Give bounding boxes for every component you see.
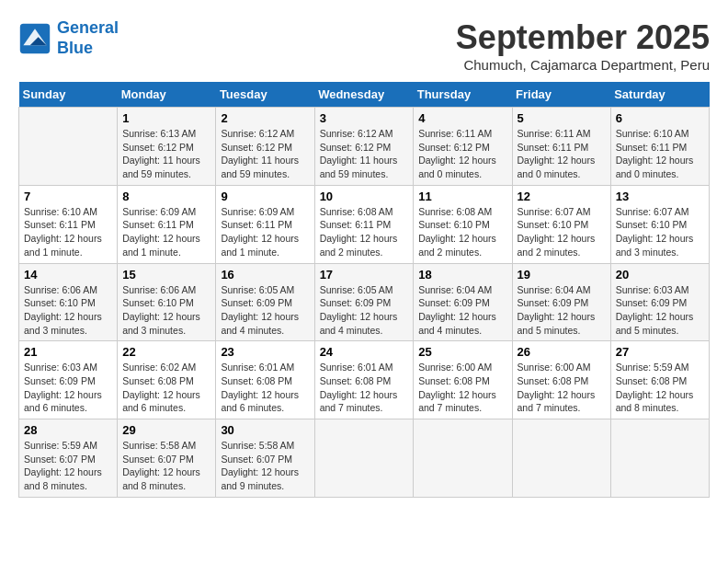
- calendar-cell: 8Sunrise: 6:09 AM Sunset: 6:11 PM Daylig…: [118, 185, 216, 263]
- logo-text: General Blue: [57, 18, 119, 58]
- day-info: Sunrise: 6:02 AM Sunset: 6:08 PM Dayligh…: [122, 361, 210, 415]
- calendar-cell: [314, 419, 414, 498]
- location-subtitle: Chumuch, Cajamarca Department, Peru: [456, 57, 710, 73]
- logo-general: General: [57, 18, 119, 37]
- day-info: Sunrise: 6:13 AM Sunset: 6:12 PM Dayligh…: [122, 127, 210, 181]
- day-info: Sunrise: 6:11 AM Sunset: 6:12 PM Dayligh…: [418, 127, 506, 181]
- day-number: 16: [221, 268, 309, 282]
- day-number: 30: [221, 423, 309, 437]
- day-info: Sunrise: 5:58 AM Sunset: 6:07 PM Dayligh…: [221, 439, 309, 493]
- calendar-cell: 15Sunrise: 6:06 AM Sunset: 6:10 PM Dayli…: [118, 263, 216, 341]
- calendar-cell: [512, 419, 610, 498]
- day-number: 8: [122, 190, 210, 203]
- calendar-cell: 22Sunrise: 6:02 AM Sunset: 6:08 PM Dayli…: [118, 341, 216, 419]
- day-number: 9: [221, 190, 309, 203]
- day-number: 21: [24, 345, 112, 359]
- weekday-header-saturday: Saturday: [610, 82, 709, 108]
- calendar-cell: 30Sunrise: 5:58 AM Sunset: 6:07 PM Dayli…: [216, 419, 314, 498]
- month-title: September 2025: [456, 18, 710, 57]
- day-number: 4: [418, 111, 506, 125]
- calendar-cell: 21Sunrise: 6:03 AM Sunset: 6:09 PM Dayli…: [19, 341, 118, 419]
- day-number: 23: [221, 345, 309, 359]
- day-number: 13: [616, 190, 704, 203]
- day-info: Sunrise: 6:04 AM Sunset: 6:09 PM Dayligh…: [418, 283, 506, 338]
- day-info: Sunrise: 6:10 AM Sunset: 6:11 PM Dayligh…: [616, 127, 704, 181]
- calendar-cell: 4Sunrise: 6:11 AM Sunset: 6:12 PM Daylig…: [414, 108, 512, 186]
- day-number: 7: [24, 190, 112, 203]
- calendar-week-row: 7Sunrise: 6:10 AM Sunset: 6:11 PM Daylig…: [19, 185, 710, 263]
- day-info: Sunrise: 6:08 AM Sunset: 6:11 PM Dayligh…: [320, 205, 409, 259]
- weekday-header-tuesday: Tuesday: [216, 82, 314, 108]
- day-info: Sunrise: 6:03 AM Sunset: 6:09 PM Dayligh…: [24, 361, 112, 415]
- day-info: Sunrise: 6:11 AM Sunset: 6:11 PM Dayligh…: [518, 127, 606, 181]
- logo-icon: [18, 22, 51, 55]
- calendar-cell: 26Sunrise: 6:00 AM Sunset: 6:08 PM Dayli…: [512, 341, 610, 419]
- calendar-cell: 10Sunrise: 6:08 AM Sunset: 6:11 PM Dayli…: [314, 185, 414, 263]
- day-number: 6: [616, 111, 704, 125]
- day-info: Sunrise: 6:12 AM Sunset: 6:12 PM Dayligh…: [320, 127, 409, 181]
- calendar-cell: 1Sunrise: 6:13 AM Sunset: 6:12 PM Daylig…: [118, 108, 216, 186]
- calendar-cell: 13Sunrise: 6:07 AM Sunset: 6:10 PM Dayli…: [610, 185, 709, 263]
- day-number: 20: [616, 268, 704, 282]
- day-number: 29: [122, 423, 210, 437]
- calendar-cell: [610, 419, 709, 498]
- calendar-cell: 14Sunrise: 6:06 AM Sunset: 6:10 PM Dayli…: [19, 263, 118, 341]
- day-info: Sunrise: 5:58 AM Sunset: 6:07 PM Dayligh…: [122, 439, 210, 493]
- weekday-header-friday: Friday: [512, 82, 610, 108]
- calendar-cell: 23Sunrise: 6:01 AM Sunset: 6:08 PM Dayli…: [216, 341, 314, 419]
- day-number: 14: [24, 268, 112, 282]
- day-info: Sunrise: 6:01 AM Sunset: 6:08 PM Dayligh…: [320, 361, 409, 415]
- weekday-header-wednesday: Wednesday: [314, 82, 414, 108]
- day-info: Sunrise: 6:07 AM Sunset: 6:10 PM Dayligh…: [518, 205, 606, 259]
- weekday-header-sunday: Sunday: [19, 82, 118, 108]
- calendar-cell: 5Sunrise: 6:11 AM Sunset: 6:11 PM Daylig…: [512, 108, 610, 186]
- title-block: September 2025 Chumuch, Cajamarca Depart…: [456, 18, 710, 73]
- page-header: General Blue September 2025 Chumuch, Caj…: [18, 18, 710, 73]
- calendar-cell: 16Sunrise: 6:05 AM Sunset: 6:09 PM Dayli…: [216, 263, 314, 341]
- day-number: 24: [320, 345, 409, 359]
- day-number: 15: [122, 268, 210, 282]
- calendar-cell: 11Sunrise: 6:08 AM Sunset: 6:10 PM Dayli…: [414, 185, 512, 263]
- calendar-week-row: 21Sunrise: 6:03 AM Sunset: 6:09 PM Dayli…: [19, 341, 710, 419]
- day-info: Sunrise: 6:06 AM Sunset: 6:10 PM Dayligh…: [122, 283, 210, 338]
- calendar-table: SundayMondayTuesdayWednesdayThursdayFrid…: [18, 82, 710, 498]
- day-info: Sunrise: 6:08 AM Sunset: 6:10 PM Dayligh…: [418, 205, 506, 259]
- calendar-week-row: 1Sunrise: 6:13 AM Sunset: 6:12 PM Daylig…: [19, 108, 710, 186]
- calendar-cell: 28Sunrise: 5:59 AM Sunset: 6:07 PM Dayli…: [19, 419, 118, 498]
- day-number: 3: [320, 111, 409, 125]
- day-info: Sunrise: 5:59 AM Sunset: 6:07 PM Dayligh…: [24, 439, 112, 493]
- calendar-cell: 18Sunrise: 6:04 AM Sunset: 6:09 PM Dayli…: [414, 263, 512, 341]
- weekday-header-row: SundayMondayTuesdayWednesdayThursdayFrid…: [19, 82, 710, 108]
- day-number: 17: [320, 268, 409, 282]
- day-number: 26: [518, 345, 606, 359]
- calendar-cell: 2Sunrise: 6:12 AM Sunset: 6:12 PM Daylig…: [216, 108, 314, 186]
- day-info: Sunrise: 6:00 AM Sunset: 6:08 PM Dayligh…: [518, 361, 606, 415]
- logo-blue: Blue: [57, 39, 93, 57]
- calendar-cell: [414, 419, 512, 498]
- day-info: Sunrise: 6:12 AM Sunset: 6:12 PM Dayligh…: [221, 127, 309, 181]
- day-number: 28: [24, 423, 112, 437]
- day-number: 19: [518, 268, 606, 282]
- day-info: Sunrise: 6:01 AM Sunset: 6:08 PM Dayligh…: [221, 361, 309, 415]
- calendar-cell: 17Sunrise: 6:05 AM Sunset: 6:09 PM Dayli…: [314, 263, 414, 341]
- day-number: 10: [320, 190, 409, 203]
- calendar-cell: 24Sunrise: 6:01 AM Sunset: 6:08 PM Dayli…: [314, 341, 414, 419]
- calendar-cell: 25Sunrise: 6:00 AM Sunset: 6:08 PM Dayli…: [414, 341, 512, 419]
- calendar-week-row: 14Sunrise: 6:06 AM Sunset: 6:10 PM Dayli…: [19, 263, 710, 341]
- calendar-cell: 7Sunrise: 6:10 AM Sunset: 6:11 PM Daylig…: [19, 185, 118, 263]
- calendar-week-row: 28Sunrise: 5:59 AM Sunset: 6:07 PM Dayli…: [19, 419, 710, 498]
- day-number: 2: [221, 111, 309, 125]
- calendar-cell: 3Sunrise: 6:12 AM Sunset: 6:12 PM Daylig…: [314, 108, 414, 186]
- day-info: Sunrise: 6:05 AM Sunset: 6:09 PM Dayligh…: [221, 283, 309, 338]
- calendar-cell: 6Sunrise: 6:10 AM Sunset: 6:11 PM Daylig…: [610, 108, 709, 186]
- day-info: Sunrise: 6:06 AM Sunset: 6:10 PM Dayligh…: [24, 283, 112, 338]
- weekday-header-thursday: Thursday: [414, 82, 512, 108]
- day-info: Sunrise: 6:09 AM Sunset: 6:11 PM Dayligh…: [221, 205, 309, 259]
- calendar-cell: 19Sunrise: 6:04 AM Sunset: 6:09 PM Dayli…: [512, 263, 610, 341]
- calendar-cell: 20Sunrise: 6:03 AM Sunset: 6:09 PM Dayli…: [610, 263, 709, 341]
- day-info: Sunrise: 5:59 AM Sunset: 6:08 PM Dayligh…: [616, 361, 704, 415]
- day-number: 12: [518, 190, 606, 203]
- day-info: Sunrise: 6:04 AM Sunset: 6:09 PM Dayligh…: [518, 283, 606, 338]
- calendar-cell: 9Sunrise: 6:09 AM Sunset: 6:11 PM Daylig…: [216, 185, 314, 263]
- day-info: Sunrise: 6:10 AM Sunset: 6:11 PM Dayligh…: [24, 205, 112, 259]
